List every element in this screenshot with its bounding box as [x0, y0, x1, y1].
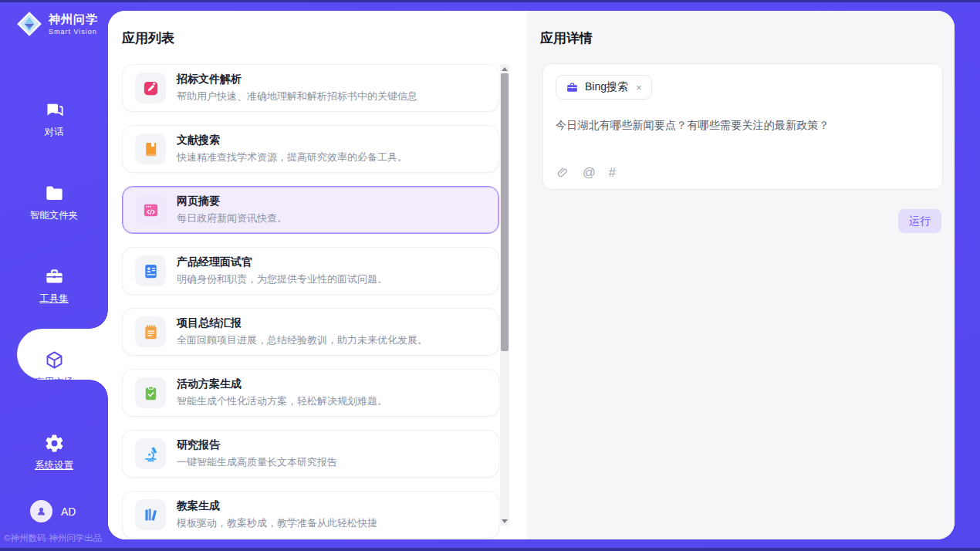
scrollbar-thumb[interactable] [501, 73, 509, 351]
notepad-icon [142, 323, 160, 341]
nav-item-label: 工具集 [39, 292, 69, 306]
app-card-5[interactable]: 活动方案生成智能生成个性化活动方案，轻松解决规划难题。 [122, 369, 499, 417]
brand-name: 神州问学 [49, 12, 98, 27]
app-card-desc: 智能生成个性化活动方案，轻松解决规划难题。 [177, 394, 387, 408]
nav-item-inner: 系统设置 [35, 433, 73, 472]
app-card-text: 研究报告一键智能生成高质量长文本研究报告 [177, 438, 337, 469]
brand-diamond-icon [15, 10, 43, 38]
nav-item-inner: 对话 [44, 100, 65, 139]
folder-icon [44, 183, 65, 204]
app-card-title: 活动方案生成 [177, 377, 387, 391]
pen-doc-icon [142, 79, 160, 97]
app-icon-tile [135, 73, 166, 103]
nav-item-label: 系统设置 [35, 459, 73, 472]
app-card-2[interactable]: 网页摘要每日政府新闻资讯快查。 [122, 186, 499, 234]
app-card-text: 项目总结汇报全面回顾项目进展，总结经验教训，助力未来优化发展。 [177, 316, 427, 347]
copyright-text: ©神州数码·神州问学出品 [4, 532, 102, 544]
scrollbar-down-arrow[interactable] [500, 516, 509, 526]
app-card-desc: 每日政府新闻资讯快查。 [177, 211, 287, 225]
app-card-0[interactable]: 招标文件解析帮助用户快速、准确地理解和解析招标书中的关键信息 [122, 64, 499, 112]
app-icon-tile [135, 377, 166, 408]
briefcase-icon [566, 81, 579, 94]
app-detail-panel: 应用详情 Bing搜索 × 今日湖北有哪些新闻要点？有哪些需要关注的最新政策？ … [527, 11, 955, 539]
app-card-title: 项目总结汇报 [177, 316, 427, 330]
app-card-text: 教案生成模板驱动，教案秒成，教学准备从此轻松快捷 [177, 499, 377, 530]
app-card-text: 网页摘要每日政府新闻资讯快查。 [177, 194, 287, 225]
app-card-1[interactable]: 文献搜索快速精准查找学术资源，提高研究效率的必备工具。 [122, 125, 499, 173]
hash-icon[interactable]: # [609, 166, 616, 179]
app-icon-tile [135, 438, 166, 469]
scrollbar-up-arrow[interactable] [500, 64, 509, 73]
app-card-text: 招标文件解析帮助用户快速、准确地理解和解析招标书中的关键信息 [177, 73, 417, 103]
nav-item-inner: 应用市场 [35, 350, 73, 389]
book-icon [142, 140, 160, 158]
resume-icon [142, 262, 160, 280]
app-card-title: 招标文件解析 [177, 73, 417, 86]
paperclip-icon[interactable] [556, 166, 569, 179]
app-card-text: 文献搜索快速精准查找学术资源，提高研究效率的必备工具。 [177, 134, 407, 164]
sidebar-item-0[interactable]: 对话 [0, 77, 108, 161]
sidebar-item-1[interactable]: 智能文件夹 [0, 161, 108, 244]
app-card-title: 网页摘要 [177, 194, 287, 208]
query-card[interactable]: Bing搜索 × 今日湖北有哪些新闻要点？有哪些需要关注的最新政策？ @ # [542, 63, 943, 190]
tool-tag-label: Bing搜索 [585, 80, 628, 94]
sidebar-item-4[interactable]: 系统设置 [0, 411, 108, 494]
user-icon [35, 505, 48, 518]
app-cards: 招标文件解析帮助用户快速、准确地理解和解析招标书中的关键信息文献搜索快速精准查找… [122, 64, 499, 539]
nav-item-label: 对话 [45, 126, 64, 139]
app-card-desc: 模板驱动，教案秒成，教学准备从此轻松快捷 [177, 516, 377, 530]
at-mention-icon[interactable]: @ [583, 166, 596, 179]
attachment-toolbar: @ # [556, 166, 616, 179]
window-top-edge [0, 0, 980, 2]
app-icon-tile [135, 134, 166, 164]
nav-item-label: 应用市场 [35, 376, 73, 389]
books-icon [142, 506, 160, 524]
app-card-title: 研究报告 [177, 438, 337, 452]
avatar[interactable] [30, 500, 52, 522]
gear-icon [44, 433, 65, 454]
brand-subtitle: Smart Vision [49, 28, 98, 35]
app-list-panel: 应用列表 招标文件解析帮助用户快速、准确地理解和解析招标书中的关键信息文献搜索快… [108, 11, 527, 539]
app-icon-tile [135, 499, 166, 530]
user-initials: AD [61, 505, 76, 518]
nav-item-label: 智能文件夹 [30, 209, 79, 222]
app-card-7[interactable]: 教案生成模板驱动，教案秒成，教学准备从此轻松快捷 [122, 491, 499, 539]
sidebar-item-3[interactable]: 应用市场 [0, 327, 108, 411]
brand-logo: 神州问学 Smart Vision [15, 10, 98, 38]
app-icon-tile [135, 255, 166, 286]
content-shell: 应用列表 招标文件解析帮助用户快速、准确地理解和解析招标书中的关键信息文献搜索快… [108, 11, 955, 539]
app-card-desc: 全面回顾项目进展，总结经验教训，助力未来优化发展。 [177, 333, 427, 347]
nav-item-inner: 工具集 [39, 266, 69, 306]
app-card-desc: 一键智能生成高质量长文本研究报告 [177, 455, 337, 469]
cube-icon [44, 350, 65, 370]
app-card-desc: 明确身份和职责，为您提供专业性的面试问题。 [177, 272, 387, 286]
app-card-4[interactable]: 项目总结汇报全面回顾项目进展，总结经验教训，助力未来优化发展。 [122, 308, 499, 356]
window-bottom-edge [0, 548, 980, 551]
tool-tag-close-icon[interactable]: × [636, 82, 642, 93]
microscope-icon [142, 445, 160, 463]
sidebar: 神州问学 Smart Vision 对话智能文件夹工具集应用市场系统设置 AD … [0, 0, 108, 551]
app-card-desc: 帮助用户快速、准确地理解和解析招标书中的关键信息 [177, 90, 417, 103]
app-card-6[interactable]: 研究报告一键智能生成高质量长文本研究报告 [122, 430, 499, 478]
app-card-3[interactable]: 产品经理面试官明确身份和职责，为您提供专业性的面试问题。 [122, 247, 499, 295]
query-text[interactable]: 今日湖北有哪些新闻要点？有哪些需要关注的最新政策？ [556, 119, 930, 133]
nav-item-inner: 智能文件夹 [30, 183, 79, 222]
app-icon-tile [135, 316, 166, 347]
run-button[interactable]: 运行 [898, 209, 941, 233]
tool-tag-bing[interactable]: Bing搜索 × [556, 75, 652, 100]
app-card-text: 产品经理面试官明确身份和职责，为您提供专业性的面试问题。 [177, 255, 387, 286]
app-icon-tile [135, 194, 166, 225]
app-detail-title: 应用详情 [540, 29, 593, 47]
browser-code-icon [142, 201, 160, 219]
chat-icon [44, 100, 65, 120]
user-row[interactable]: AD [30, 500, 76, 522]
app-card-text: 活动方案生成智能生成个性化活动方案，轻松解决规划难题。 [177, 377, 387, 408]
app-list-title: 应用列表 [122, 29, 174, 47]
app-card-desc: 快速精准查找学术资源，提高研究效率的必备工具。 [177, 150, 407, 164]
clipboard-check-icon [142, 384, 160, 402]
app-card-title: 教案生成 [177, 499, 377, 513]
toolbox-icon [44, 266, 65, 287]
app-card-title: 产品经理面试官 [177, 255, 387, 269]
app-card-title: 文献搜索 [177, 134, 407, 147]
list-scrollbar[interactable] [500, 64, 509, 526]
